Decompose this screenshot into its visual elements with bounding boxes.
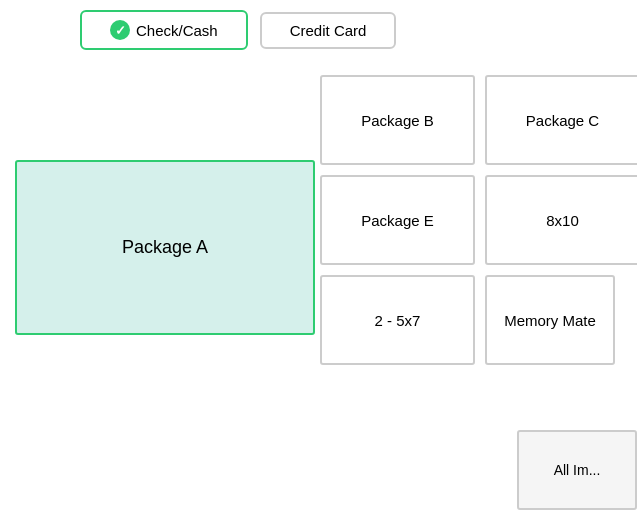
right-column: Package B Package C Package D Package E …: [315, 70, 637, 370]
package-8x10-label: 8x10: [546, 212, 579, 229]
package-2-5x7[interactable]: 2 - 5x7: [320, 275, 475, 365]
package-2-5x7-label: 2 - 5x7: [375, 312, 421, 329]
tab-credit-card-label: Credit Card: [290, 22, 367, 39]
package-b[interactable]: Package B: [320, 75, 475, 165]
package-memory-mate-label: Memory Mate: [504, 312, 596, 329]
package-8x10[interactable]: 8x10: [485, 175, 637, 265]
package-c[interactable]: Package C: [485, 75, 637, 165]
package-memory-mate[interactable]: Memory Mate: [485, 275, 615, 365]
package-a-label: Package A: [122, 237, 208, 258]
tab-credit-card[interactable]: Credit Card: [260, 12, 397, 49]
package-e[interactable]: Package E: [320, 175, 475, 265]
all-images-label: All Im...: [554, 462, 601, 478]
tab-bar: ✓ Check/Cash Credit Card: [0, 0, 637, 60]
row-1: Package B Package C Package D: [315, 70, 637, 170]
checkmark-icon: ✓: [110, 20, 130, 40]
all-images-card[interactable]: All Im...: [517, 430, 637, 510]
package-b-label: Package B: [361, 112, 434, 129]
row-2: Package E 8x10: [315, 170, 637, 270]
tab-check-cash-label: Check/Cash: [136, 22, 218, 39]
main-container: ✓ Check/Cash Credit Card Package A Packa…: [0, 0, 637, 510]
package-e-label: Package E: [361, 212, 434, 229]
tab-check-cash[interactable]: ✓ Check/Cash: [80, 10, 248, 50]
left-column: Package A: [15, 70, 315, 370]
grid-area: Package A Package B Package C Package D: [0, 60, 637, 380]
row-3: 2 - 5x7 Memory Mate: [315, 270, 637, 370]
package-a[interactable]: Package A: [15, 160, 315, 335]
package-c-label: Package C: [526, 112, 599, 129]
